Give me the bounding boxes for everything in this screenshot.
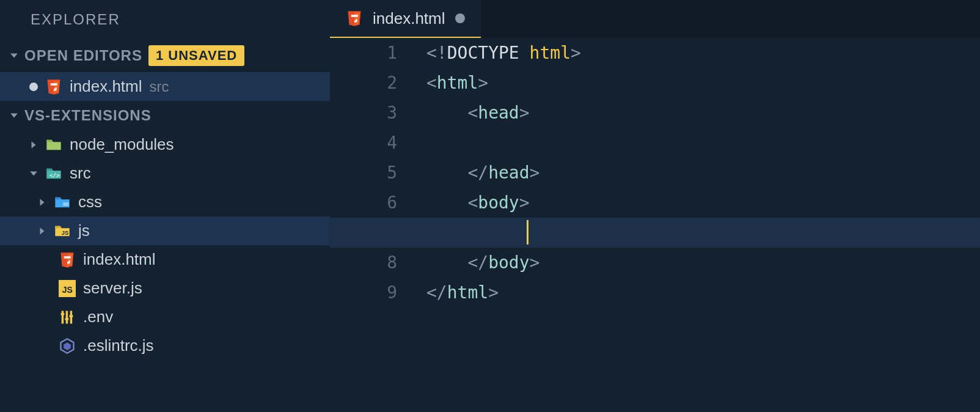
modified-dot-icon (29, 83, 38, 91)
unsaved-badge: 1 UNSAVED (148, 45, 244, 66)
line-number: 1 (330, 38, 397, 68)
chevron-down-icon (10, 51, 18, 60)
env-icon (59, 309, 76, 326)
folder-css[interactable]: css (0, 188, 330, 216)
file-tree: node_modules</>srccssJSjsindex.htmlJSser… (0, 130, 330, 360)
line-number: 9 (330, 278, 397, 307)
js-icon: JS (59, 280, 76, 297)
tree-item-label: .eslintrc.js (83, 336, 154, 355)
tree-item-label: css (78, 193, 102, 212)
tab-filename: index.html (373, 9, 445, 28)
chevron-right-icon (29, 141, 38, 149)
code-line[interactable]: <body> (426, 188, 980, 218)
tab-bar: index.html (330, 0, 980, 38)
line-number: 8 (330, 248, 397, 278)
svg-rect-1 (63, 202, 68, 206)
line-number: 4 (330, 128, 397, 158)
file--eslintrc-js[interactable]: .eslintrc.js (0, 331, 330, 360)
line-number: 2 (330, 68, 397, 98)
chevron-right-icon (38, 227, 46, 235)
explorer-title: EXPLORER (0, 0, 330, 39)
html5-icon (59, 251, 76, 268)
project-header[interactable]: VS-EXTENSIONS (0, 101, 330, 130)
editor-area: index.html 123456789 <!DOCTYPE html><htm… (330, 0, 980, 412)
line-number: 3 (330, 98, 397, 128)
tree-item-label: .env (83, 307, 113, 326)
folder-blue-icon (54, 194, 71, 211)
file-index-html[interactable]: index.html (0, 245, 330, 274)
folder-src-icon: </> (45, 165, 62, 182)
code-line[interactable] (426, 218, 980, 248)
svg-text:JS: JS (62, 285, 73, 295)
code-line[interactable]: </html> (426, 278, 980, 307)
svg-rect-10 (70, 315, 73, 317)
svg-rect-8 (61, 313, 65, 315)
line-number: 5 (330, 158, 397, 188)
explorer-sidebar: EXPLORER OPEN EDITORS 1 UNSAVED index.ht… (0, 0, 330, 412)
code-line[interactable]: <html> (426, 68, 980, 98)
svg-text:</>: </> (49, 171, 60, 178)
modified-dot-icon (455, 13, 465, 23)
folder-src[interactable]: </>src (0, 159, 330, 188)
file--env[interactable]: .env (0, 303, 330, 331)
open-editor-filename: index.html (70, 77, 142, 96)
code-content[interactable]: <!DOCTYPE html><html> <head> </head> <bo… (426, 38, 980, 412)
folder-js-icon: JS (54, 223, 71, 240)
html5-icon (45, 78, 62, 95)
code-line[interactable]: </head> (426, 158, 980, 188)
tree-item-label: index.html (83, 250, 156, 269)
tab-index-html[interactable]: index.html (330, 0, 481, 38)
folder-green-icon (45, 136, 62, 153)
folder-js[interactable]: JSjs (0, 216, 330, 245)
tree-item-label: js (78, 221, 90, 240)
svg-rect-6 (66, 311, 68, 323)
file-server-js[interactable]: JSserver.js (0, 274, 330, 303)
project-label: VS-EXTENSIONS (24, 107, 152, 124)
chevron-down-icon (10, 111, 18, 120)
tree-item-label: src (70, 164, 91, 183)
code-line[interactable]: </body> (426, 248, 980, 278)
chevron-right-icon (38, 198, 46, 207)
tree-item-label: server.js (83, 279, 142, 298)
tree-item-label: node_modules (70, 135, 174, 154)
code-area[interactable]: 123456789 <!DOCTYPE html><html> <head> <… (330, 38, 980, 412)
open-editors-label: OPEN EDITORS (24, 47, 142, 64)
html5-icon (346, 10, 363, 27)
text-cursor (527, 220, 528, 245)
eslint-icon (59, 337, 76, 355)
code-line[interactable] (426, 128, 980, 158)
open-editor-dir: src (150, 78, 169, 95)
code-line[interactable]: <head> (426, 98, 980, 128)
line-number: 6 (330, 188, 397, 218)
svg-marker-12 (64, 342, 71, 350)
svg-rect-9 (65, 318, 69, 320)
open-editors-header[interactable]: OPEN EDITORS 1 UNSAVED (0, 39, 330, 72)
code-line[interactable]: <!DOCTYPE html> (426, 38, 980, 68)
svg-text:JS: JS (62, 229, 68, 235)
chevron-down-icon (29, 169, 38, 178)
folder-node_modules[interactable]: node_modules (0, 130, 330, 159)
svg-rect-5 (62, 311, 64, 323)
open-editor-item[interactable]: index.html src (0, 72, 330, 101)
